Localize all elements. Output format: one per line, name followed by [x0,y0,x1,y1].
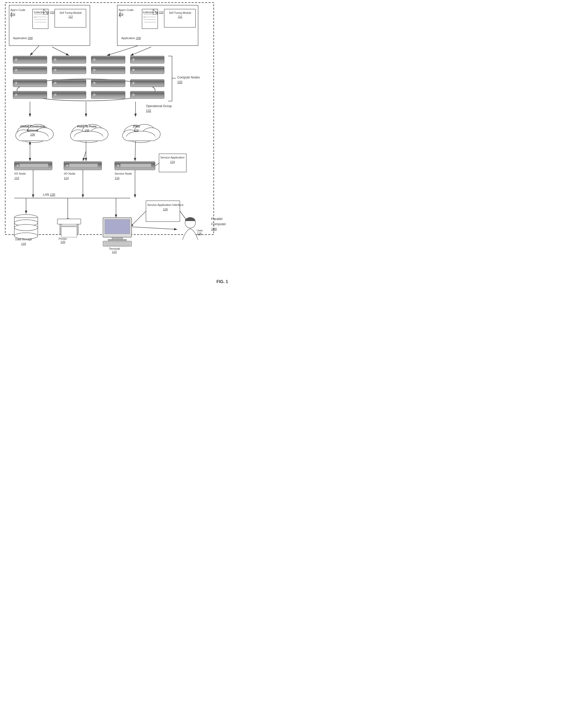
svg-rect-125 [108,239,126,241]
svg-rect-76 [64,162,102,170]
svg-rect-34 [91,91,125,99]
self-tuning-label-left: Self Tuning Module 212 [55,11,86,19]
svg-rect-113 [14,217,38,236]
svg-rect-28 [13,80,47,87]
svg-point-37 [54,58,57,61]
svg-point-130 [185,217,195,228]
svg-rect-81 [121,164,151,167]
svg-rect-119 [61,227,77,237]
svg-rect-21 [52,56,86,63]
svg-point-51 [132,93,135,96]
application-label-right: Application 208 [121,37,141,40]
svg-point-40 [15,69,18,71]
brace-right: { [119,12,121,17]
svg-rect-73 [14,162,52,170]
data-storage-label: Data Storage 118 [15,237,32,246]
svg-point-49 [54,93,57,96]
app-code-label-left: App'n Code 209 [10,8,25,16]
self-tuning-label-right: Self Tuning Module 212 [165,11,195,19]
svg-rect-120 [62,224,76,224]
compute-nodes-label: Compute Nodes 102 [177,75,200,84]
svg-rect-124 [112,237,123,240]
svg-rect-79 [115,162,155,170]
brace-left: { [10,12,12,17]
svg-rect-32 [13,91,47,99]
doc-ellipsis-left: ...... [34,10,36,19]
service-application-interface-label: Service Application Interface 126 [147,203,184,211]
jtag-label: JTAG 104 [122,125,151,133]
svg-point-50 [93,93,96,96]
svg-point-43 [132,69,135,71]
printer-label: Printer 120 [59,237,67,244]
svg-rect-35 [130,91,164,99]
svg-point-63 [74,131,103,143]
gcn-label: Global Combining Network 106 [14,125,51,137]
svg-rect-78 [69,164,98,167]
svg-point-38 [93,58,96,61]
collective-op-label-right: Collective Op 210 ... [143,11,163,18]
svg-rect-20 [13,56,47,63]
fig-label: FIG. 1 [216,279,228,284]
doc-ellipsis-right: ...... [143,10,145,19]
svg-point-115 [14,220,38,226]
svg-rect-57 [20,136,48,141]
svg-point-47 [132,82,135,84]
svg-rect-24 [13,66,47,74]
svg-point-48 [15,93,18,96]
svg-rect-126 [103,241,132,246]
svg-rect-29 [52,80,86,87]
service-application-label: Service Application 124 [160,155,185,164]
svg-rect-33 [52,91,86,99]
svg-rect-64 [74,136,103,141]
svg-point-42 [93,69,96,71]
svg-point-74 [16,165,19,167]
collective-op-label-left: Collective Op 210 ... [34,11,55,18]
io-node-114-label: I/O Node 114 [64,171,75,180]
svg-line-100 [130,227,177,229]
diagram-container: App'n Code 209 Collective Op 210 ... Sel… [0,0,235,287]
svg-rect-75 [20,164,48,167]
svg-rect-122 [103,217,132,237]
svg-line-103 [52,47,69,56]
svg-rect-23 [130,56,164,63]
svg-rect-121 [62,225,76,226]
svg-point-41 [54,69,57,71]
svg-point-45 [54,82,57,84]
svg-point-80 [117,165,119,167]
io-node-110-label: I/O Node 110 [14,171,26,180]
svg-rect-30 [91,80,125,87]
user-label: User 128 [197,229,203,235]
svg-rect-25 [52,66,86,74]
service-node-label: Service Node 116 [115,171,132,180]
svg-line-99 [155,163,160,166]
svg-point-112 [14,214,38,221]
svg-rect-27 [130,66,164,74]
svg-point-39 [132,58,135,61]
svg-line-91 [135,141,135,161]
svg-rect-123 [105,220,130,234]
application-label-left: Application 208 [13,37,33,40]
svg-point-19 [17,79,155,101]
parallel-computer-label: Parallel Computer 100 [211,216,235,232]
svg-line-90 [83,151,86,161]
ptp-label: Point To Point 108 [70,125,104,133]
svg-rect-26 [91,66,125,74]
diagram-svg [0,0,235,287]
svg-rect-31 [130,80,164,87]
lan-label: LAN 130 [43,193,55,196]
svg-rect-118 [57,219,81,224]
svg-point-77 [66,165,68,167]
svg-rect-117 [60,223,78,234]
svg-point-36 [15,58,18,61]
terminal-label: Terminal 122 [109,247,120,253]
svg-rect-0 [5,3,214,234]
svg-line-101 [180,211,188,222]
svg-point-70 [126,131,155,143]
svg-point-44 [15,82,18,84]
svg-rect-22 [91,56,125,63]
svg-point-46 [93,82,96,84]
svg-line-105 [130,47,151,56]
svg-line-102 [30,46,39,56]
svg-line-104 [107,46,138,56]
svg-rect-71 [126,136,155,141]
